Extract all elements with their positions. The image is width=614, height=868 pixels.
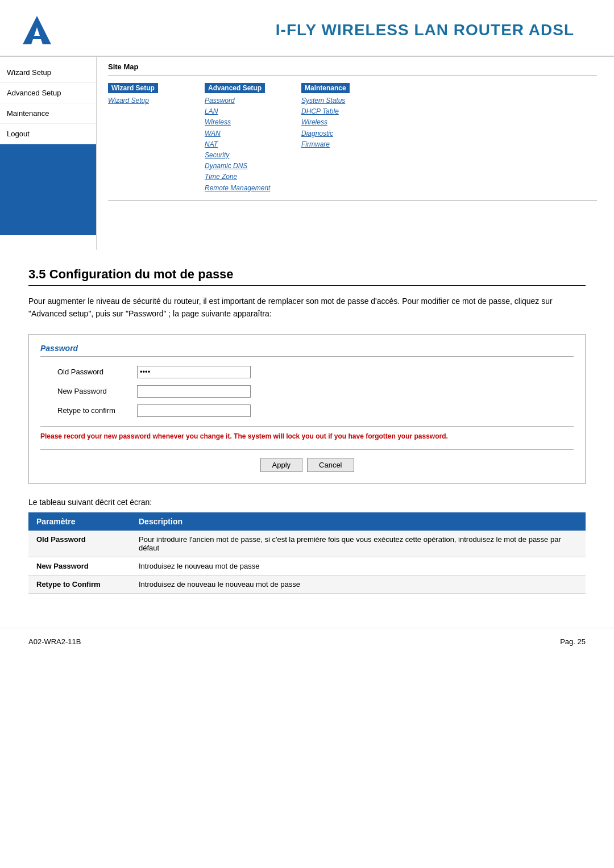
new-password-label: New Password bbox=[57, 387, 137, 395]
footer-model: A02-WRA2-11B bbox=[28, 637, 81, 646]
param-new-password: New Password bbox=[28, 557, 131, 575]
sidebar-item-logout[interactable]: Logout bbox=[0, 124, 96, 144]
nav-section: Wizard Setup Advanced Setup Maintenance … bbox=[0, 57, 614, 250]
table-intro: Le tableau suivant décrit cet écran: bbox=[28, 498, 586, 507]
link-system-status[interactable]: System Status bbox=[301, 95, 375, 106]
table-row: Old Password Pour introduire l'ancien mo… bbox=[28, 531, 586, 557]
site-map-col-maintenance: Maintenance System Status DHCP Table Wir… bbox=[301, 83, 375, 150]
password-warning: Please record your new password whenever… bbox=[40, 426, 574, 440]
site-map-col-wizard: Wizard Setup Wizard Setup bbox=[108, 83, 182, 106]
link-wireless-maint[interactable]: Wireless bbox=[301, 117, 375, 128]
link-security[interactable]: Security bbox=[205, 150, 279, 161]
old-password-label: Old Password bbox=[57, 368, 137, 376]
new-password-row: New Password bbox=[57, 385, 574, 398]
link-diagnostic[interactable]: Diagnostic bbox=[301, 128, 375, 139]
retype-confirm-row: Retype to confirm bbox=[57, 404, 574, 417]
desc-new-password: Introduisez le nouveau mot de passe bbox=[131, 557, 586, 575]
retype-confirm-input[interactable] bbox=[137, 404, 251, 417]
param-old-password: Old Password bbox=[28, 531, 131, 557]
col-header-wizard: Wizard Setup bbox=[108, 83, 158, 93]
logo-icon bbox=[17, 10, 57, 50]
page-title: I-FLY WIRELESS LAN ROUTER ADSL bbox=[276, 21, 574, 39]
link-dhcp-table[interactable]: DHCP Table bbox=[301, 106, 375, 117]
col-header-maintenance: Maintenance bbox=[301, 83, 350, 93]
table-row: New Password Introduisez le nouveau mot … bbox=[28, 557, 586, 575]
section-title: 3.5 Configuration du mot de passe bbox=[28, 267, 586, 286]
content-area: 3.5 Configuration du mot de passe Pour a… bbox=[0, 250, 614, 611]
link-time-zone[interactable]: Time Zone bbox=[205, 172, 279, 182]
col-header-advanced: Advanced Setup bbox=[205, 83, 265, 93]
retype-confirm-label: Retype to confirm bbox=[57, 406, 137, 415]
old-password-input[interactable] bbox=[137, 366, 251, 378]
link-firmware[interactable]: Firmware bbox=[301, 139, 375, 150]
sidebar-blue-area bbox=[0, 144, 96, 235]
col-header-parametre: Paramètre bbox=[28, 512, 131, 531]
intro-paragraph: Pour augmenter le niveau de sécurité du … bbox=[28, 295, 586, 320]
site-map-divider-bottom bbox=[108, 201, 597, 201]
desc-retype-confirm: Introduisez de nouveau le nouveau mot de… bbox=[131, 575, 586, 593]
table-row: Retype to Confirm Introduisez de nouveau… bbox=[28, 575, 586, 593]
site-map: Site Map Wizard Setup Wizard Setup Advan… bbox=[97, 57, 614, 250]
link-password[interactable]: Password bbox=[205, 95, 279, 106]
site-map-label: Site Map bbox=[108, 62, 597, 71]
form-buttons: Apply Cancel bbox=[40, 449, 574, 472]
apply-button[interactable]: Apply bbox=[260, 458, 303, 472]
link-wizard-setup[interactable]: Wizard Setup bbox=[108, 95, 182, 106]
footer-page: Pag. 25 bbox=[560, 637, 586, 646]
password-form-box: Password Old Password New Password Retyp… bbox=[28, 334, 586, 484]
link-dynamic-dns[interactable]: Dynamic DNS bbox=[205, 161, 279, 172]
header: I-FLY WIRELESS LAN ROUTER ADSL bbox=[0, 0, 614, 57]
sidebar: Wizard Setup Advanced Setup Maintenance … bbox=[0, 57, 97, 250]
site-map-columns: Wizard Setup Wizard Setup Advanced Setup… bbox=[108, 83, 597, 194]
old-password-row: Old Password bbox=[57, 366, 574, 378]
link-lan[interactable]: LAN bbox=[205, 106, 279, 117]
new-password-input[interactable] bbox=[137, 385, 251, 398]
password-form-title: Password bbox=[40, 344, 574, 357]
sidebar-item-wizard-setup[interactable]: Wizard Setup bbox=[0, 62, 96, 83]
sidebar-item-maintenance[interactable]: Maintenance bbox=[0, 103, 96, 124]
sidebar-item-advanced-setup[interactable]: Advanced Setup bbox=[0, 83, 96, 103]
link-wan[interactable]: WAN bbox=[205, 128, 279, 139]
col-header-description: Description bbox=[131, 512, 586, 531]
form-fields: Old Password New Password Retype to conf… bbox=[57, 366, 574, 417]
site-map-divider-top bbox=[108, 76, 597, 76]
site-map-col-advanced: Advanced Setup Password LAN Wireless WAN… bbox=[205, 83, 279, 194]
link-remote-management[interactable]: Remote Management bbox=[205, 183, 279, 194]
cancel-button[interactable]: Cancel bbox=[307, 458, 354, 472]
param-retype-confirm: Retype to Confirm bbox=[28, 575, 131, 593]
link-nat[interactable]: NAT bbox=[205, 139, 279, 150]
params-table: Paramètre Description Old Password Pour … bbox=[28, 512, 586, 594]
desc-old-password: Pour introduire l'ancien mot de passe, s… bbox=[131, 531, 586, 557]
footer: A02-WRA2-11B Pag. 25 bbox=[0, 628, 614, 655]
svg-rect-2 bbox=[33, 36, 41, 39]
link-wireless[interactable]: Wireless bbox=[205, 117, 279, 128]
